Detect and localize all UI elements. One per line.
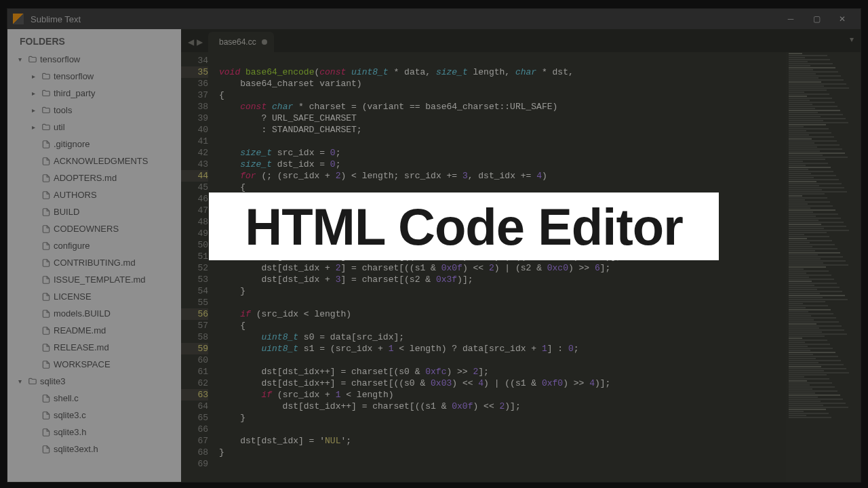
tree-file[interactable]: ISSUE_TEMPLATE.md [7, 271, 181, 288]
folder-tree[interactable]: ▾tensorflow▸tensorflow▸third_party▸tools… [7, 51, 181, 482]
line-number: 62 [181, 378, 208, 389]
code-line[interactable]: { [219, 89, 861, 101]
tree-file[interactable]: models.BUILD [7, 305, 181, 322]
code-line[interactable]: dst[dst_idx++] = charset[((s0 & 0x03) <<… [219, 378, 861, 389]
tree-item-label: tensorflow [54, 71, 94, 81]
tree-folder[interactable]: ▸util [7, 119, 181, 136]
tree-arrow-icon[interactable]: ▾ [18, 56, 26, 63]
titlebar[interactable]: Sublime Text ─ ▢ ✕ [7, 9, 861, 29]
tree-file[interactable]: sqlite3ext.h [7, 441, 181, 458]
tree-arrow-icon[interactable]: ▸ [32, 106, 40, 114]
tree-file[interactable]: CODEOWNERS [7, 220, 181, 237]
code-line[interactable]: } [219, 285, 861, 297]
code-line[interactable]: ? URL_SAFE_CHARSET [219, 113, 861, 124]
tree-file[interactable]: sqlite3.h [7, 424, 181, 441]
code-line[interactable] [219, 55, 861, 66]
tree-file[interactable]: CONTRIBUTING.md [7, 254, 181, 271]
tree-arrow-icon[interactable]: ▸ [32, 123, 40, 131]
code-line[interactable]: } [219, 447, 861, 458]
line-gutter: 3435363738394041424344454647484950515253… [181, 52, 214, 482]
tree-file[interactable]: sqlite3.c [7, 407, 181, 424]
nav-forward-icon[interactable]: ▶ [197, 37, 203, 47]
folder-icon [26, 377, 39, 386]
line-number: 64 [181, 401, 208, 412]
tree-file[interactable]: configure [7, 237, 181, 254]
tree-arrow-icon[interactable]: ▸ [32, 89, 40, 97]
code-line[interactable]: for (; (src_idx + 2) < length; src_idx +… [219, 170, 861, 182]
tree-arrow-icon[interactable]: ▸ [32, 73, 40, 80]
tree-file[interactable]: ACKNOWLEDGMENTS [7, 152, 181, 169]
tree-file[interactable]: shell.c [7, 390, 181, 407]
line-number: 58 [181, 331, 208, 343]
code-line[interactable]: } [219, 412, 861, 424]
code-line[interactable]: { [219, 320, 861, 331]
tree-file[interactable]: .gitignore [7, 136, 181, 152]
code-line[interactable]: dst[dst_idx++] = charset[((s1 & 0x0f) <<… [219, 401, 861, 412]
line-number: 69 [181, 458, 208, 470]
line-number: 44 [181, 170, 208, 182]
tree-folder[interactable]: ▸tools [7, 102, 181, 119]
tree-item-label: README.md [54, 325, 106, 336]
tree-file[interactable]: WORKSPACE [7, 356, 181, 373]
file-icon [40, 326, 52, 336]
code-line[interactable]: uint8_t s1 = (src_idx + 1 < length) ? da… [219, 343, 861, 354]
line-number: 42 [181, 147, 208, 159]
tab-active[interactable]: base64.cc [208, 32, 274, 52]
code-line[interactable]: size_t dst_idx = 0; [219, 159, 861, 170]
code-line[interactable]: void base64_encode(const uint8_t * data,… [219, 66, 861, 78]
tree-item-label: ADOPTERS.md [54, 173, 117, 183]
tree-item-label: sqlite3 [40, 376, 66, 386]
code-line[interactable]: uint8_t s0 = data[src_idx]; [219, 331, 861, 343]
tree-file[interactable]: ADOPTERS.md [7, 169, 181, 186]
code-line[interactable]: : STANDARD_CHARSET; [219, 124, 861, 136]
tree-item-label: .gitignore [54, 139, 90, 149]
tree-item-label: sqlite3.c [54, 410, 86, 420]
maximize-button[interactable]: ▢ [804, 9, 829, 29]
code-line[interactable]: if (src_idx < length) [219, 308, 861, 320]
line-number: 51 [181, 251, 208, 262]
code-line[interactable] [219, 354, 861, 366]
minimize-button[interactable]: ─ [778, 9, 804, 29]
folder-icon [40, 106, 52, 115]
file-icon [40, 360, 52, 369]
code-content[interactable]: void base64_encode(const uint8_t * data,… [214, 52, 861, 482]
code-line[interactable] [219, 297, 861, 308]
file-icon [40, 174, 52, 183]
code-line[interactable] [219, 424, 861, 435]
tree-folder[interactable]: ▾sqlite3 [7, 373, 181, 390]
tree-file[interactable]: LICENSE [7, 288, 181, 305]
file-icon [40, 224, 52, 234]
file-icon [40, 190, 52, 200]
code-line[interactable] [219, 458, 861, 470]
code-line[interactable] [219, 136, 861, 147]
tree-file[interactable]: RELEASE.md [7, 339, 181, 356]
minimap[interactable] [786, 52, 861, 482]
code-line[interactable]: size_t src_idx = 0; [219, 147, 861, 159]
tab-overflow-icon[interactable]: ▾ [850, 35, 854, 44]
code-editor[interactable]: 3435363738394041424344454647484950515253… [181, 52, 861, 482]
line-number: 48 [181, 216, 208, 228]
code-line[interactable]: const char * charset = (variant == base6… [219, 101, 861, 113]
code-line[interactable]: dst[dst_idx] = 'NUL'; [219, 435, 861, 447]
code-line[interactable]: dst[dst_idx++] = charset[(s0 & 0xfc) >> … [219, 366, 861, 378]
nav-back-icon[interactable]: ◀ [188, 37, 194, 47]
tree-folder[interactable]: ▾tensorflow [7, 51, 181, 68]
code-line[interactable]: if (src_idx + 1 < length) [219, 389, 861, 401]
close-button[interactable]: ✕ [829, 9, 855, 29]
tree-folder[interactable]: ▸third_party [7, 85, 181, 102]
code-line[interactable]: dst[dst_idx + 2] = charset[((s1 & 0x0f) … [219, 262, 861, 274]
tree-item-label: AUTHORS [54, 190, 97, 200]
tree-file[interactable]: AUTHORS [7, 186, 181, 203]
line-number: 55 [181, 297, 208, 308]
overlay-banner: HTML Code Editor [209, 192, 719, 260]
tree-folder[interactable]: ▸tensorflow [7, 68, 181, 85]
sidebar: FOLDERS ▾tensorflow▸tensorflow▸third_par… [7, 29, 181, 482]
code-line[interactable]: base64_charset variant) [219, 78, 861, 89]
tree-file[interactable]: README.md [7, 322, 181, 339]
code-line[interactable]: { [219, 182, 861, 193]
code-line[interactable]: dst[dst_idx + 3] = charset[(s2 & 0x3f)]; [219, 274, 861, 285]
line-number: 43 [181, 159, 208, 170]
tree-file[interactable]: BUILD [7, 203, 181, 220]
tree-arrow-icon[interactable]: ▾ [18, 378, 26, 385]
tabbar[interactable]: ◀ ▶ base64.cc ▾ [181, 29, 861, 52]
